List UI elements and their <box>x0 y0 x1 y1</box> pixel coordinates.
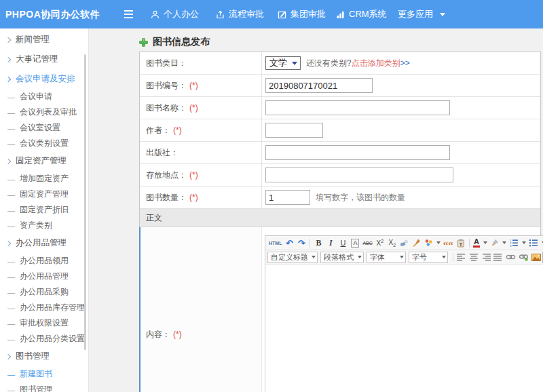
form-input[interactable] <box>265 168 453 182</box>
editor-select-3[interactable]: 字号 <box>409 252 448 263</box>
sidebar-sub-item[interactable]: —新建图书 <box>0 366 89 382</box>
hamburger-menu-icon[interactable] <box>124 9 135 20</box>
nav-menu-item[interactable]: CRM系统 <box>336 0 387 28</box>
dash-icon: — <box>7 93 15 101</box>
align-justify-button[interactable] <box>492 252 504 263</box>
sidebar-group-item[interactable]: 会议申请及安排 <box>0 69 89 89</box>
sidebar-sub-item[interactable]: —会议列表及审批 <box>0 104 89 120</box>
sidebar-sub-item[interactable]: —图书管理 <box>0 382 89 392</box>
strikethrough-button[interactable]: ABC <box>361 237 373 249</box>
align-left-button[interactable] <box>455 252 468 263</box>
content-label: 内容：(*) <box>140 227 262 392</box>
paste-text-button[interactable]: T <box>455 237 467 249</box>
sidebar-sub-item[interactable]: —办公用品库存管理 <box>0 300 89 315</box>
italic-button[interactable]: I <box>324 237 337 249</box>
sidebar-sub-item[interactable]: —办公用品领用 <box>0 253 89 269</box>
add-category-link-arrows[interactable]: >> <box>400 58 410 68</box>
form-row: 出版社： <box>140 142 540 164</box>
form-row-label: 存放地点：(*) <box>140 164 262 186</box>
sidebar-sub-label: 审批权限设置 <box>20 317 69 329</box>
sidebar-sub-item[interactable]: —办公用品分类设置 <box>0 331 89 347</box>
sidebar-sub-label: 会议列表及审批 <box>20 106 77 118</box>
blockquote-button[interactable]: ““ <box>442 237 455 249</box>
category-hint: 还没有类别? <box>306 58 352 69</box>
superscript-button[interactable]: X2 <box>374 237 386 249</box>
sidebar-group-item[interactable]: 新闻管理 <box>0 30 89 50</box>
underline-button[interactable]: U <box>337 237 349 249</box>
highlight-color-icon <box>490 239 499 247</box>
sidebar-sub-item[interactable]: —办公用品管理 <box>0 269 89 284</box>
image-button[interactable] <box>530 252 542 263</box>
nav-menu-item[interactable]: 集团审批 <box>278 0 326 28</box>
align-right-button[interactable] <box>480 252 492 263</box>
sidebar-sub-item[interactable]: —资产类别 <box>0 218 89 233</box>
sidebar-sub-item[interactable]: —固定资产折旧 <box>0 202 89 218</box>
editor-select-label: 字号 <box>412 252 427 262</box>
sidebar-sub-item[interactable]: —会议类别设置 <box>0 136 89 151</box>
sidebar-group-item[interactable]: 图书管理 <box>0 347 89 366</box>
sidebar-sub-label: 增加固定资产 <box>20 173 69 184</box>
book-category-select[interactable]: 文学 <box>265 56 301 70</box>
sidebar-sub-label: 固定资产管理 <box>20 189 69 200</box>
bold-button[interactable]: B <box>312 237 324 249</box>
form-row-label: 图书类目： <box>140 52 262 74</box>
sidebar-sub-item[interactable]: —会议申请 <box>0 89 89 104</box>
editor-select-0[interactable]: 自定义标题 <box>267 252 318 263</box>
paste-text-icon: T <box>457 239 465 248</box>
color-palette-button[interactable] <box>423 237 442 249</box>
nav-menu-label: CRM系统 <box>349 8 387 20</box>
sidebar-sub-item[interactable]: —审批权限设置 <box>0 315 89 331</box>
sidebar-sub-item[interactable]: —增加固定资产 <box>0 171 89 187</box>
section-header-text: 正文 <box>146 212 162 224</box>
form-row-label: 图书数量：(*) <box>140 187 262 208</box>
html-source-button[interactable]: HTML <box>267 237 283 249</box>
sidebar-group-item[interactable]: 大事记管理 <box>0 50 89 69</box>
dash-icon: — <box>7 335 15 343</box>
sidebar-sub-label: 办公用品管理 <box>20 271 69 282</box>
form-input[interactable] <box>265 190 310 205</box>
editor-select-1[interactable]: 段落格式 <box>320 252 364 263</box>
ordered-list-icon: 123 <box>509 239 519 247</box>
ordered-list-button[interactable]: 123 <box>508 237 527 249</box>
sidebar-scrollbar[interactable] <box>84 54 86 350</box>
sidebar-sub-label: 办公用品采购 <box>20 286 69 298</box>
sidebar-group-item[interactable]: 办公用品管理 <box>0 233 89 253</box>
unlink-button[interactable] <box>517 252 530 263</box>
sidebar-sub-item[interactable]: —固定资产管理 <box>0 187 89 202</box>
form-input[interactable] <box>265 78 373 93</box>
chevron-down-icon <box>440 13 445 16</box>
undo-button[interactable]: ↶ <box>283 237 295 249</box>
bold-icon: B <box>316 238 321 248</box>
sidebar-sub-item[interactable]: —办公用品采购 <box>0 284 89 300</box>
link-button[interactable] <box>504 252 517 263</box>
form-input[interactable] <box>265 100 450 115</box>
unlink-icon <box>519 254 529 261</box>
form-label-text: 图书类目： <box>146 58 187 69</box>
sidebar-sub-item[interactable]: —会议室设置 <box>0 120 89 136</box>
form-input[interactable] <box>265 123 323 138</box>
format-brush-icon <box>412 239 421 247</box>
unordered-list-button[interactable] <box>527 237 543 249</box>
dash-icon: — <box>7 109 15 117</box>
add-category-link[interactable]: 点击添加类别 <box>352 58 400 69</box>
form-input[interactable] <box>265 145 450 160</box>
sidebar-group-item[interactable]: 固定资产管理 <box>0 151 89 171</box>
nav-menu-item[interactable]: 更多应用 <box>398 0 445 28</box>
font-box-button[interactable]: A <box>349 237 361 249</box>
editor-content-area[interactable] <box>265 264 543 392</box>
chevron-down-icon <box>442 256 446 258</box>
main-content: 图书信息发布 图书类目：文学还没有类别? 点击添加类别>>图书编号：(*)图书名… <box>89 28 543 392</box>
italic-icon: I <box>329 238 333 248</box>
redo-button[interactable]: ↷ <box>295 237 307 249</box>
content-editor-cell: HTML↶↷BIUAABCX2X2““TA123 自定义标题段落格式字体字号 <box>262 227 543 392</box>
editor-select-2[interactable]: 字体 <box>367 252 406 263</box>
font-color-button[interactable]: A <box>472 237 489 249</box>
eraser-button[interactable] <box>398 237 411 249</box>
highlight-color-button[interactable] <box>489 237 508 249</box>
nav-menu-item[interactable]: 个人办公 <box>151 0 199 28</box>
format-brush-button[interactable] <box>411 237 423 249</box>
sidebar-group-label: 图书管理 <box>16 351 50 362</box>
subscript-button[interactable]: X2 <box>386 237 398 249</box>
nav-menu-item[interactable]: 流程审批 <box>216 0 264 28</box>
align-center-button[interactable] <box>468 252 480 263</box>
